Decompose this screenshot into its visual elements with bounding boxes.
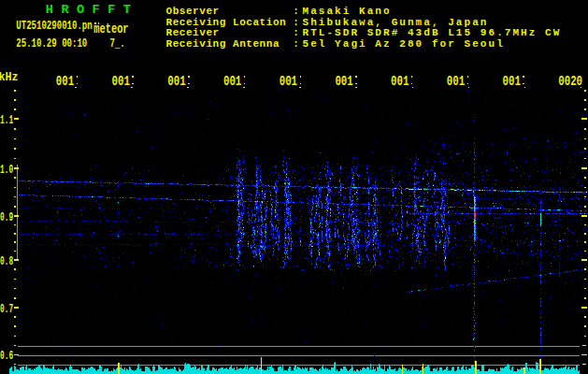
svg-text:0.9: 0.9: [0, 210, 13, 224]
svg-text:001: 001: [223, 74, 241, 89]
svg-text:Receiving Antenna :: Receiving Antenna :: [166, 38, 300, 50]
svg-text:25.10.29 00:10: 25.10.29 00:10: [16, 36, 87, 50]
svg-text:0020: 0020: [558, 74, 582, 89]
svg-text:RTL-SDR SDR# 43dB L15 96.7MHz: RTL-SDR SDR# 43dB L15 96.7MHz CW: [303, 27, 562, 38]
svg-text:1.0: 1.0: [0, 163, 13, 177]
svg-text:0.6: 0.6: [0, 349, 13, 363]
svg-text:7_.: 7_.: [110, 36, 125, 50]
svg-text:5el Yagi Az 280 for Seoul: 5el Yagi Az 280 for Seoul: [303, 38, 505, 50]
svg-text:Masaki Kano: Masaki Kano: [303, 6, 392, 17]
svg-text:Observer :: Observer :: [166, 6, 300, 17]
svg-text:001: 001: [503, 74, 521, 89]
svg-text:1.1: 1.1: [0, 113, 13, 127]
svg-text:0.8: 0.8: [0, 254, 13, 268]
svg-text:001: 001: [447, 74, 465, 89]
svg-text:0.7: 0.7: [0, 302, 13, 316]
svg-text:meteor: meteor: [93, 22, 128, 37]
svg-text:001: 001: [56, 74, 74, 89]
svg-text:001: 001: [280, 74, 297, 89]
svg-text:001: 001: [167, 74, 185, 89]
svg-text:HROFFT: HROFFT: [46, 3, 139, 17]
svg-text:Receiving Location :: Receiving Location :: [166, 17, 300, 28]
svg-text:Shibukawa, Gunma, Japan: Shibukawa, Gunma, Japan: [303, 17, 489, 28]
svg-text:kHz: kHz: [0, 71, 18, 84]
svg-text:UT2510290010.pn: UT2510290010.pn: [16, 18, 92, 32]
svg-text:Receiver :: Receiver :: [166, 27, 300, 38]
svg-text:001: 001: [112, 74, 130, 89]
svg-text:001: 001: [391, 74, 409, 89]
svg-text:001: 001: [335, 74, 352, 89]
